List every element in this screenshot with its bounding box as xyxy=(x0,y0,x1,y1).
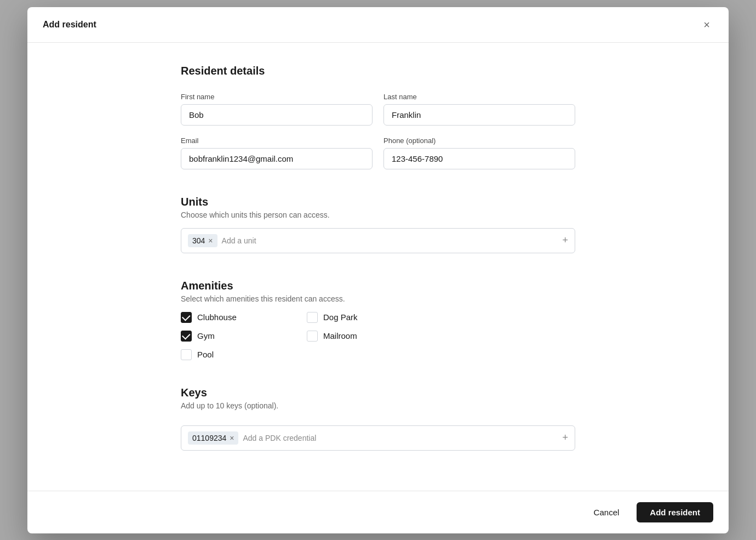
amenity-item-pool[interactable]: Pool xyxy=(181,349,274,360)
amenity-item-gym[interactable]: Gym xyxy=(181,331,274,342)
amenity-checkbox-clubhouse[interactable] xyxy=(181,312,192,323)
unit-tag-value: 304 xyxy=(192,236,205,245)
resident-details-title: Resident details xyxy=(181,65,575,77)
close-button[interactable]: × xyxy=(700,18,713,31)
last-name-label: Last name xyxy=(383,93,575,101)
email-group: Email xyxy=(181,137,373,169)
amenities-section: Amenities Select which amenities this re… xyxy=(181,280,575,360)
modal-body: Resident details First name Last name Em… xyxy=(27,43,729,491)
amenity-checkbox-gym[interactable] xyxy=(181,331,192,342)
amenity-label-dogpark: Dog Park xyxy=(323,312,358,322)
email-label: Email xyxy=(181,137,373,145)
key-tag: 01109234 × xyxy=(188,431,238,445)
modal-title: Add resident xyxy=(43,20,96,30)
modal-header: Add resident × xyxy=(27,7,729,43)
amenity-item-dogpark[interactable]: Dog Park xyxy=(307,312,400,323)
email-input[interactable] xyxy=(181,148,373,169)
first-name-input[interactable] xyxy=(181,104,373,126)
key-tag-value: 01109234 xyxy=(192,434,226,442)
last-name-group: Last name xyxy=(383,93,575,126)
add-key-icon[interactable]: + xyxy=(562,432,568,444)
keys-placeholder: Add a PDK credential xyxy=(243,434,558,442)
cancel-button[interactable]: Cancel xyxy=(583,502,631,522)
name-row: First name Last name xyxy=(181,93,575,126)
amenity-label-pool: Pool xyxy=(197,350,214,359)
key-tag-remove-button[interactable]: × xyxy=(230,434,234,442)
amenity-item-mailroom[interactable]: Mailroom xyxy=(307,331,400,342)
units-title: Units xyxy=(181,196,575,208)
modal-overlay: Add resident × Resident details First na… xyxy=(0,0,756,540)
amenities-grid: Clubhouse Dog Park Gym Mai xyxy=(181,312,400,360)
amenity-label-gym: Gym xyxy=(197,331,215,340)
add-unit-icon[interactable]: + xyxy=(562,235,568,246)
amenity-item-clubhouse[interactable]: Clubhouse xyxy=(181,312,274,323)
units-subtitle: Choose which units this person can acces… xyxy=(181,211,575,219)
keys-input-container[interactable]: 01109234 × Add a PDK credential + xyxy=(181,425,575,451)
amenity-checkbox-dogpark[interactable] xyxy=(307,312,318,323)
amenity-label-clubhouse: Clubhouse xyxy=(197,312,237,322)
amenity-checkbox-mailroom[interactable] xyxy=(307,331,318,342)
add-resident-button[interactable]: Add resident xyxy=(637,502,713,522)
keys-subtitle: Add up to 10 keys (optional). xyxy=(181,401,575,410)
first-name-group: First name xyxy=(181,93,373,126)
unit-tag-remove-button[interactable]: × xyxy=(208,237,213,245)
first-name-label: First name xyxy=(181,93,373,101)
modal-footer: Cancel Add resident xyxy=(27,491,729,533)
phone-group: Phone (optional) xyxy=(383,137,575,169)
amenity-label-mailroom: Mailroom xyxy=(323,331,357,340)
amenities-subtitle: Select which amenities this resident can… xyxy=(181,294,575,303)
units-input-container[interactable]: 304 × Add a unit + xyxy=(181,228,575,253)
keys-section: Keys Add up to 10 keys (optional). 01109… xyxy=(181,386,575,451)
units-section: Units Choose which units this person can… xyxy=(181,196,575,253)
phone-input[interactable] xyxy=(383,148,575,169)
keys-title: Keys xyxy=(181,386,575,399)
amenities-title: Amenities xyxy=(181,280,575,292)
phone-label: Phone (optional) xyxy=(383,137,575,145)
modal-dialog: Add resident × Resident details First na… xyxy=(27,7,729,533)
units-placeholder: Add a unit xyxy=(222,236,558,245)
contact-row: Email Phone (optional) xyxy=(181,137,575,169)
resident-details-section: Resident details First name Last name Em… xyxy=(181,65,575,169)
amenity-checkbox-pool[interactable] xyxy=(181,349,192,360)
last-name-input[interactable] xyxy=(383,104,575,126)
unit-tag: 304 × xyxy=(188,234,217,247)
